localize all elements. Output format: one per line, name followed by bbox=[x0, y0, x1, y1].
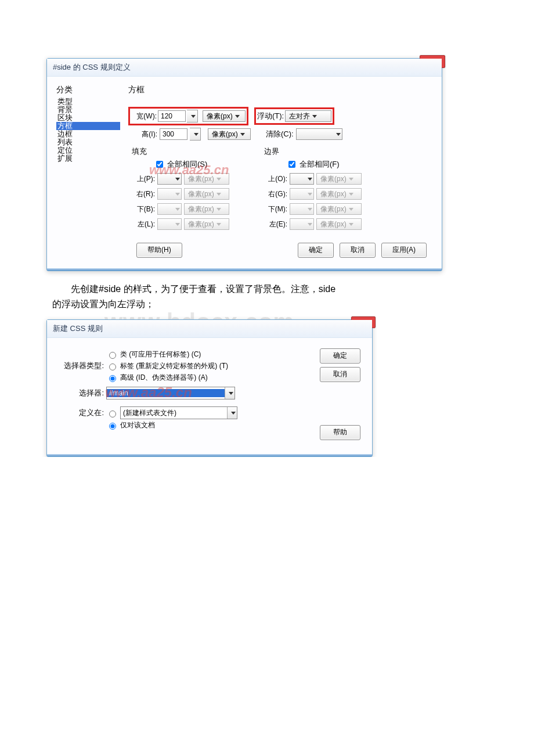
sidebar-item-block[interactable]: 区块 bbox=[56, 114, 120, 122]
radio-this-doc[interactable] bbox=[109, 423, 116, 430]
opt-this-doc-label: 仅对该文档 bbox=[120, 419, 155, 431]
new-file-text: (新建样式表文件) bbox=[121, 407, 227, 419]
pad-bottom-unit: 像素(px) bbox=[184, 203, 229, 215]
description-paragraph: 先创建#side 的样式，为了便于查看，设置了背景色。注意，side 的浮动设置… bbox=[52, 282, 482, 311]
pad-bottom-label: 下(B): bbox=[128, 204, 155, 214]
chevron-down-icon bbox=[175, 178, 180, 181]
height-dropdown-button[interactable] bbox=[190, 128, 201, 141]
chevron-down-icon bbox=[349, 223, 353, 226]
mar-right-label: 右(G): bbox=[261, 189, 287, 199]
cancel-button[interactable]: 取消 bbox=[340, 243, 376, 258]
pad-left-label: 左(L): bbox=[128, 219, 155, 229]
mar-bottom-select bbox=[290, 203, 314, 215]
float-select[interactable]: 左对齐 bbox=[285, 110, 331, 122]
chevron-down-icon bbox=[217, 178, 221, 181]
height-label: 高(I): bbox=[132, 129, 157, 139]
paragraph-line-1: 先创建#side 的样式，为了便于查看，设置了背景色。注意，side bbox=[52, 282, 482, 297]
margin-same-all-checkbox[interactable] bbox=[288, 161, 295, 168]
radio-tag[interactable] bbox=[109, 363, 116, 370]
selector-type-label: 选择器类型: bbox=[59, 361, 106, 371]
pad-right-unit: 像素(px) bbox=[184, 188, 229, 200]
pad-top-select[interactable] bbox=[157, 173, 182, 185]
pad-top-unit: 像素(px) bbox=[184, 173, 229, 185]
padding-same-all-label: 全部相同(S) bbox=[167, 159, 207, 170]
mar-left-unit: 像素(px) bbox=[316, 218, 362, 230]
mar-right-select bbox=[290, 188, 314, 200]
chevron-down-icon bbox=[235, 115, 240, 118]
chevron-down-icon bbox=[349, 193, 353, 196]
dialog-title: #side 的 CSS 规则定义 bbox=[47, 59, 442, 77]
sidebar-item-box[interactable]: 方框 bbox=[56, 122, 120, 130]
ok-button[interactable]: 确定 bbox=[320, 348, 360, 363]
pad-left-unit: 像素(px) bbox=[184, 218, 229, 230]
width-label: 宽(W): bbox=[131, 111, 157, 121]
margin-same-all-label: 全部相同(F) bbox=[300, 159, 340, 170]
mar-top-label: 上(O): bbox=[261, 174, 287, 184]
paragraph-line-2: 的浮动设置为向左浮动； bbox=[52, 297, 482, 312]
chevron-down-icon bbox=[336, 133, 341, 136]
new-css-rule-dialog: X 新建 CSS 规则 www.aa25.cn 选择器类型: 类 (可应用于任何… bbox=[46, 319, 373, 457]
help-button[interactable]: 帮助(H) bbox=[136, 243, 182, 258]
cancel-button[interactable]: 取消 bbox=[320, 367, 360, 382]
chevron-down-icon bbox=[308, 193, 312, 196]
selector-value: #main bbox=[107, 389, 225, 397]
help-button[interactable]: 帮助 bbox=[320, 425, 360, 440]
chevron-down-icon bbox=[349, 178, 353, 181]
dialog-title: 新建 CSS 规则 bbox=[47, 320, 372, 338]
chevron-down-icon bbox=[191, 115, 196, 118]
pad-bottom-select bbox=[157, 203, 182, 215]
sidebar-item-border[interactable]: 边框 bbox=[56, 130, 120, 138]
clear-select[interactable] bbox=[296, 128, 342, 140]
mar-left-label: 左(E): bbox=[261, 219, 287, 229]
pad-left-select bbox=[157, 218, 182, 230]
sidebar-item-extension[interactable]: 扩展 bbox=[56, 154, 120, 163]
float-label: 浮动(T): bbox=[257, 111, 284, 121]
chevron-down-icon bbox=[217, 193, 221, 196]
pad-right-select bbox=[157, 188, 182, 200]
chevron-down-icon bbox=[308, 208, 312, 211]
width-unit-label: 像素(px) bbox=[207, 111, 233, 121]
css-rule-definition-dialog: X #side 的 CSS 规则定义 分类 类型 背景 区块 方框 边框 列表 … bbox=[46, 58, 442, 271]
ok-button[interactable]: 确定 bbox=[298, 243, 334, 258]
height-input[interactable] bbox=[160, 128, 187, 140]
chevron-down-icon bbox=[308, 223, 312, 226]
radio-class[interactable] bbox=[109, 352, 116, 359]
opt-adv-label: 高级 (ID、伪类选择器等) (A) bbox=[120, 372, 208, 383]
height-unit-select[interactable]: 像素(px) bbox=[208, 128, 251, 140]
category-list: 类型 背景 区块 方框 边框 列表 定位 扩展 bbox=[56, 98, 120, 163]
float-value: 左对齐 bbox=[289, 111, 310, 121]
apply-button[interactable]: 应用(A) bbox=[381, 243, 427, 258]
pad-right-label: 右(R): bbox=[128, 189, 155, 199]
margin-title: 边界 bbox=[264, 146, 383, 157]
chevron-down-icon bbox=[175, 193, 180, 196]
radio-advanced[interactable] bbox=[109, 375, 116, 382]
chevron-down-icon bbox=[240, 133, 245, 136]
mar-top-unit: 像素(px) bbox=[316, 173, 362, 185]
mar-bottom-unit: 像素(px) bbox=[316, 203, 362, 215]
selector-combobox[interactable]: #main bbox=[106, 387, 235, 399]
chevron-down-icon bbox=[349, 208, 353, 211]
sidebar-item-background[interactable]: 背景 bbox=[56, 106, 120, 114]
height-unit-label: 像素(px) bbox=[212, 129, 238, 139]
sidebar-item-type[interactable]: 类型 bbox=[56, 98, 120, 106]
selector-label: 选择器: bbox=[59, 388, 106, 398]
new-file-combobox[interactable]: (新建样式表文件) bbox=[120, 406, 237, 419]
chevron-down-icon bbox=[308, 178, 312, 181]
mar-right-unit: 像素(px) bbox=[316, 188, 362, 200]
sidebar-item-position[interactable]: 定位 bbox=[56, 146, 120, 154]
chevron-down-icon bbox=[194, 133, 199, 136]
chevron-down-icon bbox=[217, 208, 221, 211]
width-input[interactable] bbox=[158, 110, 186, 122]
opt-class-label: 类 (可应用于任何标签) (C) bbox=[120, 348, 201, 360]
width-dropdown-button[interactable] bbox=[187, 110, 198, 123]
sidebar-title: 分类 bbox=[56, 85, 128, 95]
width-unit-select[interactable]: 像素(px) bbox=[203, 110, 246, 122]
radio-new-file[interactable] bbox=[109, 411, 116, 417]
padding-same-all-checkbox[interactable] bbox=[156, 161, 163, 168]
chevron-down-icon bbox=[175, 223, 180, 226]
chevron-down-icon bbox=[231, 412, 236, 415]
chevron-down-icon bbox=[312, 115, 317, 118]
mar-top-select[interactable] bbox=[290, 173, 314, 185]
pad-top-label: 上(P): bbox=[128, 174, 155, 184]
sidebar-item-list[interactable]: 列表 bbox=[56, 138, 120, 146]
